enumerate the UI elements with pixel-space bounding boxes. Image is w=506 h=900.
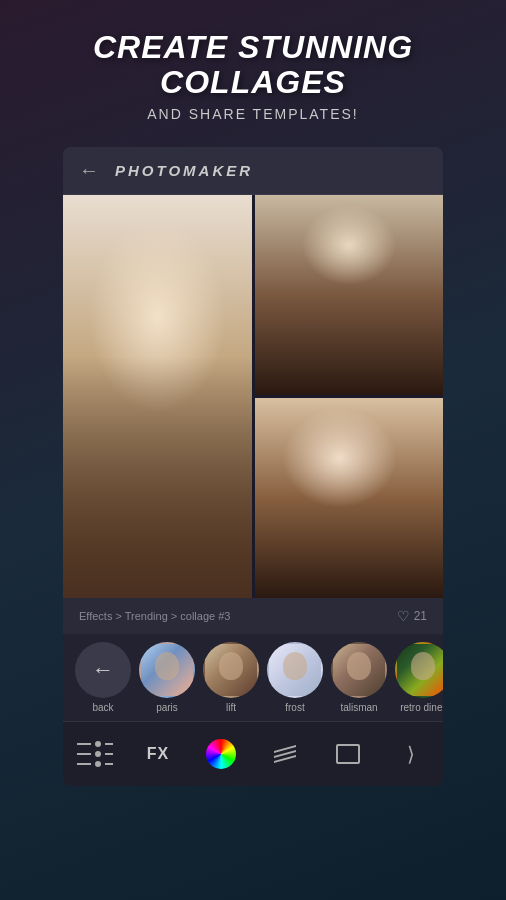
filter-item-retro-diner[interactable]: retro diner — [395, 642, 443, 713]
lines-button[interactable] — [263, 732, 307, 776]
frame-button[interactable] — [326, 732, 370, 776]
filter-thumb-paris[interactable] — [139, 642, 195, 698]
bottom-toolbar: FX ⟩ — [63, 721, 443, 786]
filter-thumb-retro-diner[interactable] — [395, 642, 443, 698]
sliders-icon — [77, 741, 113, 767]
lines-icon — [274, 748, 296, 760]
collage-photo-1[interactable] — [63, 195, 252, 598]
color-button[interactable] — [199, 732, 243, 776]
filter-back-button[interactable]: ← — [75, 642, 131, 698]
filter-thumb-frost[interactable] — [267, 642, 323, 698]
likes-number: 21 — [414, 609, 427, 623]
header-back-button[interactable]: ← — [79, 159, 99, 182]
filter-label-talisman: talisman — [340, 702, 377, 713]
info-bar: Effects > Trending > collage #3 ♡ 21 — [63, 598, 443, 634]
filter-item-talisman[interactable]: talisman — [331, 642, 387, 713]
more-button[interactable]: ⟩ — [389, 732, 433, 776]
sliders-button[interactable] — [73, 732, 117, 776]
filter-item-paris[interactable]: paris — [139, 642, 195, 713]
filter-thumb-talisman[interactable] — [331, 642, 387, 698]
heart-icon: ♡ — [397, 608, 410, 624]
back-arrow-icon: ← — [92, 657, 114, 683]
hero-title: CREATE STUNNING COLLAGES — [20, 30, 486, 100]
filter-item-frost[interactable]: frost — [267, 642, 323, 713]
fx-icon: FX — [147, 745, 169, 763]
filter-item-back[interactable]: ← back — [75, 642, 131, 713]
filter-label-frost: frost — [285, 702, 304, 713]
app-header: ← PHOTOMAKER — [63, 147, 443, 195]
filter-label-retro-diner: retro diner — [400, 702, 443, 713]
filter-label-lift: lift — [226, 702, 236, 713]
hero-subtitle: AND SHARE TEMPLATES! — [20, 106, 486, 122]
color-wheel-icon — [206, 739, 236, 769]
frame-icon — [336, 744, 360, 764]
phone-mockup: ← PHOTOMAKER Effects > Trending > collag… — [63, 147, 443, 786]
filter-label-back: back — [92, 702, 113, 713]
filter-thumb-lift[interactable] — [203, 642, 259, 698]
fx-button[interactable]: FX — [136, 732, 180, 776]
collage-grid — [63, 195, 443, 598]
collage-photo-2[interactable] — [255, 195, 444, 395]
collage-photo-3[interactable] — [255, 398, 444, 598]
filter-item-lift[interactable]: lift — [203, 642, 259, 713]
likes-count: ♡ 21 — [397, 608, 427, 624]
hero-section: CREATE STUNNING COLLAGES AND SHARE TEMPL… — [0, 0, 506, 137]
more-icon: ⟩ — [407, 742, 415, 766]
app-title: PHOTOMAKER — [115, 162, 253, 179]
filter-label-paris: paris — [156, 702, 178, 713]
breadcrumb: Effects > Trending > collage #3 — [79, 610, 230, 622]
filter-strip: ← back paris lift frost talisman retro d… — [63, 634, 443, 721]
